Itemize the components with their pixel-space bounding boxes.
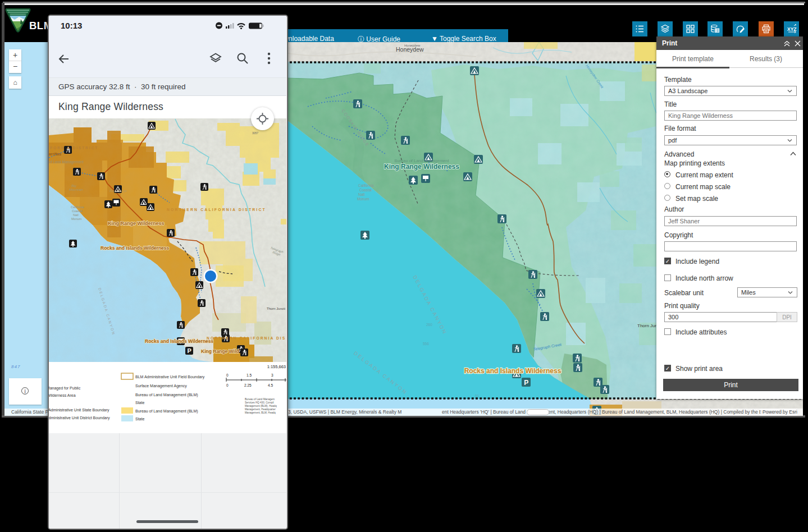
svg-text:4.5: 4.5 [268, 383, 273, 387]
svg-text:Thorn Juncti: Thorn Juncti [267, 307, 285, 310]
svg-text:Monum: Monum [357, 197, 369, 201]
svg-text:Bureau of Land Management (BLM: Bureau of Land Management (BLM) [135, 393, 198, 397]
svg-text:1.5: 1.5 [246, 373, 252, 377]
svg-text:King Range Wild: King Range Wild [201, 348, 239, 354]
svg-text:Natl: Natl [358, 192, 365, 196]
svg-text:Services HQ 430, Compil: Services HQ 430, Compil [245, 401, 274, 404]
svg-text:Honeydew: Honeydew [404, 44, 421, 47]
svg-text:King Range Wilderness: King Range Wilderness [108, 221, 164, 226]
svg-text:Management, BLM, Headq: Management, BLM, Headq [245, 411, 276, 414]
svg-text:Coastal: Coastal [72, 209, 83, 213]
svg-text:Coastal: Coastal [359, 188, 372, 192]
svg-text:NORTHERN CALIFORNIA DIS: NORTHERN CALIFORNIA DIS [207, 336, 286, 340]
svg-text:a Managed for Public: a Managed for Public [49, 386, 81, 391]
svg-text:Management, Headquarter: Management, Headquarter [245, 408, 276, 411]
svg-text:arriftas: arriftas [49, 152, 61, 156]
svg-text:Big: Big [71, 184, 76, 187]
svg-text:BLM Administrative Unit Distri: BLM Administrative Unit District Boundar… [49, 416, 110, 420]
svg-text:3057: 3057 [252, 131, 258, 135]
svg-text:0: 0 [226, 383, 229, 387]
svg-text:Management (BLM), Headq: Management (BLM), Headq [245, 405, 277, 407]
svg-text:3: 3 [271, 373, 273, 377]
svg-text:Rocks and Islands Wilderness: Rocks and Islands Wilderness [145, 338, 214, 344]
svg-text:NORTHERN CALIFORNIA DISTRICT: NORTHERN CALIFORNIA DISTRICT [167, 208, 266, 212]
svg-text:Rocks and Islands Wilderness: Rocks and Islands Wilderness [101, 245, 170, 251]
svg-text:BLM Administrative Unit Field: BLM Administrative Unit Field Boundary [135, 375, 205, 379]
svg-text:FORN A DISTRICT: FORN A DISTRICT [50, 146, 98, 150]
svg-text:Rocks and Islands Wilderness: Rocks and Islands Wilderness [464, 367, 562, 375]
svg-text:of Land Management: of Land Management [49, 160, 84, 164]
svg-text:Monum: Monum [71, 217, 82, 221]
svg-text:0: 0 [226, 373, 229, 377]
svg-text:King Range: King Range [109, 189, 127, 192]
svg-text:BLM Administrative Unit State: BLM Administrative Unit State Boundary [49, 408, 109, 412]
svg-text:State: State [135, 401, 144, 405]
svg-text:556: 556 [423, 342, 429, 346]
svg-text:California: California [71, 205, 84, 209]
svg-text:Bureau of Land Management (BLM: Bureau of Land Management (BLM) [135, 409, 198, 414]
svg-text:Bureau of Land Management: Bureau of Land Management [394, 158, 449, 163]
svg-text:Mountain: Mountain [69, 188, 83, 191]
svg-text:King Range Wilderness: King Range Wilderness [384, 163, 459, 171]
svg-text:Natl: Natl [73, 213, 79, 217]
svg-text:847: 847 [11, 364, 20, 369]
svg-text:2.25: 2.25 [244, 383, 252, 387]
svg-text:51: 51 [475, 394, 480, 398]
svg-text:S Wilderness Area: S Wilderness Area [49, 393, 76, 397]
svg-text:State: State [135, 417, 144, 421]
svg-text:1:155,663: 1:155,663 [267, 364, 286, 369]
svg-text:Bureau of Land Managem: Bureau of Land Managem [245, 398, 275, 401]
svg-text:Surface Management Agency: Surface Management Agency [135, 384, 187, 388]
svg-text:260: 260 [426, 323, 432, 327]
svg-text:California: California [358, 184, 374, 187]
